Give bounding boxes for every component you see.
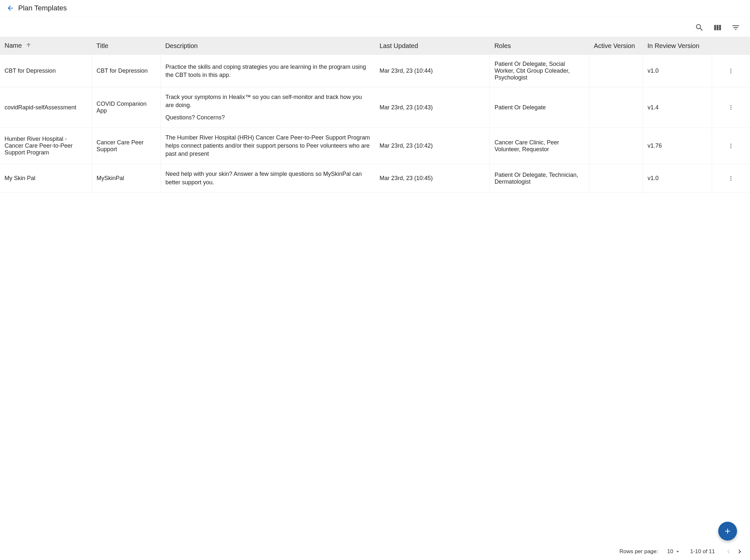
table-row[interactable]: CBT for Depression CBT for Depression Pr… (0, 55, 750, 87)
cell-last-updated: Mar 23rd, 23 (10:43) (375, 87, 490, 128)
column-name-label: Name (4, 42, 22, 49)
cell-in-review-version: v1.0 (643, 55, 712, 87)
cell-description: Practice the skills and coping strategie… (161, 55, 375, 87)
back-button[interactable] (6, 4, 14, 12)
cell-last-updated: Mar 23rd, 23 (10:44) (375, 55, 490, 87)
cell-in-review-version: v1.0 (643, 164, 712, 193)
cell-title: Cancer Care Peer Support (92, 127, 161, 164)
cell-last-updated: Mar 23rd, 23 (10:45) (375, 164, 490, 193)
cell-active-version (589, 127, 643, 164)
sort-asc-icon (26, 42, 32, 49)
cell-title: CBT for Depression (92, 55, 161, 87)
cell-roles: Patient Or Delegate, Technician, Dermato… (490, 164, 589, 193)
row-menu-button[interactable] (726, 102, 736, 113)
column-header-last-updated[interactable]: Last Updated (375, 37, 490, 55)
more-vert-icon (727, 104, 734, 111)
column-header-actions (712, 37, 750, 55)
cell-description: Track your symptoms in Healix™ so you ca… (161, 87, 375, 128)
cell-active-version (589, 87, 643, 128)
cell-name: covidRapid-selfAssessment (0, 87, 92, 128)
cell-actions (712, 87, 750, 128)
more-vert-icon (727, 67, 734, 75)
cell-roles: Patient Or Delegate, Social Worker, Cbt … (490, 55, 589, 87)
cell-name: My Skin Pal (0, 164, 92, 193)
columns-icon (713, 23, 722, 32)
search-icon (695, 23, 704, 32)
column-header-name[interactable]: Name (0, 37, 92, 55)
column-header-roles[interactable]: Roles (490, 37, 589, 55)
cell-active-version (589, 164, 643, 193)
cell-title: COVID Companion App (92, 87, 161, 128)
cell-active-version (589, 55, 643, 87)
column-header-description[interactable]: Description (161, 37, 375, 55)
cell-name: CBT for Depression (0, 55, 92, 87)
cell-title: MySkinPal (92, 164, 161, 193)
more-vert-icon (727, 142, 734, 149)
table-row[interactable]: covidRapid-selfAssessment COVID Companio… (0, 87, 750, 128)
cell-actions (712, 55, 750, 87)
column-header-active-version[interactable]: Active Version (589, 37, 643, 55)
filter-icon (731, 23, 740, 32)
table-row[interactable]: Humber River Hospital - Cancer Care Peer… (0, 127, 750, 164)
table-row[interactable]: My Skin Pal MySkinPal Need help with you… (0, 164, 750, 193)
search-button[interactable] (694, 22, 705, 33)
arrow-left-icon (6, 4, 14, 12)
column-header-title[interactable]: Title (92, 37, 161, 55)
cell-name: Humber River Hospital - Cancer Care Peer… (0, 127, 92, 164)
columns-button[interactable] (712, 22, 723, 33)
row-menu-button[interactable] (726, 141, 736, 151)
page-title: Plan Templates (18, 4, 67, 12)
cell-actions (712, 127, 750, 164)
cell-in-review-version: v1.76 (643, 127, 712, 164)
more-vert-icon (727, 175, 734, 182)
plan-templates-table: Name Title Description Last Updated Role… (0, 37, 750, 193)
row-menu-button[interactable] (726, 66, 736, 76)
cell-roles: Patient Or Delegate (490, 87, 589, 128)
cell-description: The Humber River Hospital (HRH) Cancer C… (161, 127, 375, 164)
row-menu-button[interactable] (726, 173, 736, 184)
cell-last-updated: Mar 23rd, 23 (10:42) (375, 127, 490, 164)
column-header-in-review-version[interactable]: In Review Version (643, 37, 712, 55)
cell-roles: Cancer Care Clinic, Peer Volunteer, Requ… (490, 127, 589, 164)
cell-actions (712, 164, 750, 193)
cell-description: Need help with your skin? Answer a few s… (161, 164, 375, 193)
filter-button[interactable] (731, 22, 741, 33)
cell-in-review-version: v1.4 (643, 87, 712, 128)
